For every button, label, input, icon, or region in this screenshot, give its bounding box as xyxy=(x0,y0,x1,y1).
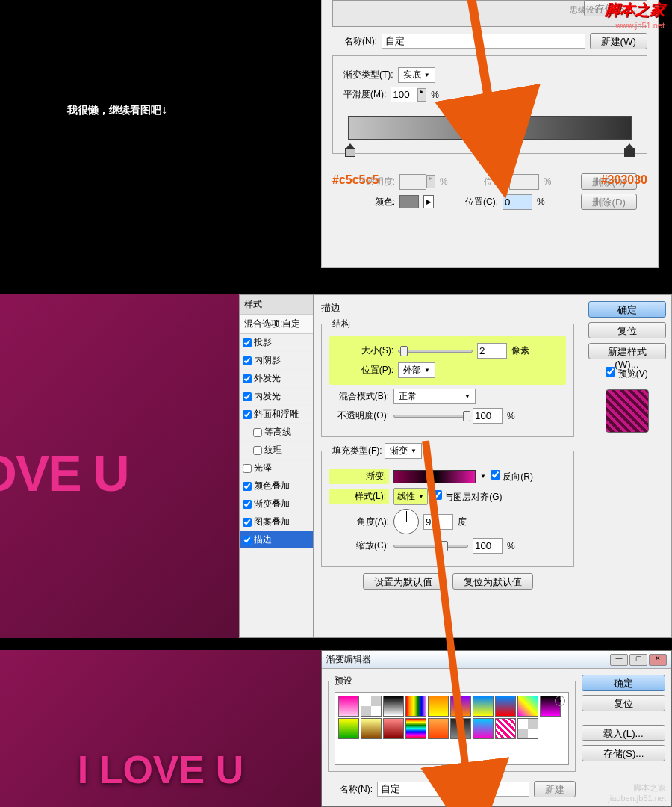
name-label: 名称(N): xyxy=(332,35,377,48)
gradient-swatch[interactable] xyxy=(393,470,476,483)
structure-fieldset: 结构 大小(S): 像素 位置(P): 外部▼ 混合模式(B): 正常▼ 不透明… xyxy=(321,318,574,437)
gradient-swatch-1[interactable] xyxy=(361,696,382,717)
style-item-等高线[interactable]: 等高线 xyxy=(240,424,313,442)
smoothness-label: 平滑度(M): xyxy=(343,88,386,101)
preview-text: OVE U xyxy=(0,444,128,502)
size-slider[interactable] xyxy=(398,350,473,353)
gradient-editor-panel-bottom: I LOVE U 渐变编辑器 — ▢ ✕ 预设 ▸ 名称(N): xyxy=(0,650,672,807)
chevron-down-icon: ▼ xyxy=(424,72,430,78)
style-item-渐变叠加[interactable]: 渐变叠加 xyxy=(240,495,313,513)
gradient-swatch-15[interactable] xyxy=(450,718,471,739)
opacity-slider[interactable] xyxy=(393,415,468,418)
position-dropdown[interactable]: 外部▼ xyxy=(398,362,435,378)
watermark-bottom: 脚本之家jiaoben.jb51.net xyxy=(608,782,666,803)
angle-dial[interactable] xyxy=(393,509,419,534)
gradient-swatch-5[interactable] xyxy=(450,696,471,717)
gradient-swatch-16[interactable] xyxy=(473,718,494,739)
styles-header[interactable]: 样式 xyxy=(240,295,313,315)
minimize-icon[interactable]: — xyxy=(610,654,628,666)
opacity-input[interactable] xyxy=(473,408,503,424)
gradient-swatch-13[interactable] xyxy=(405,718,426,739)
cancel-button[interactable]: 复位 xyxy=(588,322,666,338)
preview-text-bottom: I LOVE U xyxy=(78,747,243,792)
set-default-button[interactable]: 设置为默认值 xyxy=(363,573,444,590)
save-button-ge[interactable]: 存储(S)... xyxy=(582,745,665,761)
style-item-内发光[interactable]: 内发光 xyxy=(240,388,313,406)
color-stop-right[interactable] xyxy=(624,143,635,157)
smoothness-input[interactable]: ▸ xyxy=(391,87,426,102)
grad-type-dropdown[interactable]: 实底▼ xyxy=(398,67,435,83)
hex-left-annotation: #c5c5c5 xyxy=(332,173,379,187)
fill-type-dropdown[interactable]: 渐变▼ xyxy=(385,443,422,459)
reverse-checkbox[interactable]: 反向(R) xyxy=(491,470,533,483)
midpoint-diamond[interactable] xyxy=(485,137,494,146)
style-item-颜色叠加[interactable]: 颜色叠加 xyxy=(240,477,313,495)
color-swatch[interactable] xyxy=(399,195,419,208)
style-item-描边[interactable]: 描边 xyxy=(240,531,313,549)
style-item-光泽[interactable]: 光泽 xyxy=(240,460,313,477)
maximize-icon[interactable]: ▢ xyxy=(629,654,647,666)
cancel-button-ge[interactable]: 复位 xyxy=(582,695,665,711)
gradient-swatch-0[interactable] xyxy=(338,696,359,717)
preview-checkbox[interactable]: 预览(V) xyxy=(606,367,647,380)
name-input[interactable] xyxy=(382,34,585,49)
style-dropdown[interactable]: 线性▼ xyxy=(393,488,428,505)
angle-input[interactable] xyxy=(423,514,453,530)
stroke-options-panel: 描边 结构 大小(S): 像素 位置(P): 外部▼ 混合模式(B): 正常▼ xyxy=(314,294,582,638)
scale-input[interactable] xyxy=(473,538,503,554)
blend-options-row[interactable]: 混合选项:自定 xyxy=(240,315,313,334)
gradient-swatch-12[interactable] xyxy=(383,718,404,739)
color-label: 颜色: xyxy=(343,196,395,208)
style-item-外发光[interactable]: 外发光 xyxy=(240,370,313,388)
effect-preview-left: OVE U xyxy=(0,294,239,638)
opacity-input: ▸ xyxy=(399,174,435,190)
blend-mode-dropdown[interactable]: 正常▼ xyxy=(393,389,476,404)
reset-default-button[interactable]: 复位为默认值 xyxy=(452,573,533,590)
gradient-swatch-11[interactable] xyxy=(361,718,382,739)
delete-button-2[interactable]: 删除(D) xyxy=(581,194,637,210)
gradient-swatch-8[interactable] xyxy=(517,696,538,717)
watermark: 思缘设计 脚本之家 www.jb51.net xyxy=(570,0,665,31)
window-titlebar[interactable]: 渐变编辑器 — ▢ ✕ xyxy=(322,651,671,669)
position2-input[interactable] xyxy=(503,194,532,210)
new-button-bottom[interactable]: 新建 xyxy=(534,781,576,797)
style-item-斜面和浮雕[interactable]: 斜面和浮雕 xyxy=(240,406,313,424)
style-item-图案叠加[interactable]: 图案叠加 xyxy=(240,513,313,531)
close-icon[interactable]: ✕ xyxy=(649,654,667,666)
style-item-纹理[interactable]: 纹理 xyxy=(240,442,313,460)
gradient-swatch-18[interactable] xyxy=(517,718,538,739)
gradient-swatch-7[interactable] xyxy=(495,696,516,717)
presets-menu-icon[interactable]: ▸ xyxy=(555,696,565,706)
down-arrow-icon: ↓ xyxy=(161,103,167,116)
window-title: 渐变编辑器 xyxy=(326,653,371,666)
watermark-red: 脚本之家 xyxy=(605,1,665,18)
new-button[interactable]: 新建(W) xyxy=(590,33,647,49)
gradient-swatch-2[interactable] xyxy=(383,696,404,717)
size-input[interactable] xyxy=(477,343,507,359)
gradient-swatch-6[interactable] xyxy=(473,696,494,717)
load-button[interactable]: 载入(L)... xyxy=(582,725,665,741)
align-checkbox[interactable]: 与图层对齐(G) xyxy=(432,490,503,504)
position-label: 位置(P): xyxy=(334,364,393,377)
opacity-label: 不透明度(O): xyxy=(329,409,389,422)
size-label: 大小(S): xyxy=(334,344,393,357)
color-stop-left[interactable] xyxy=(345,143,355,157)
name-input-bottom[interactable] xyxy=(377,782,529,797)
scale-slider[interactable] xyxy=(393,545,468,548)
gradient-swatch-4[interactable] xyxy=(428,696,449,717)
gradient-swatch-10[interactable] xyxy=(338,718,359,739)
position2-label: 位置(C): xyxy=(453,196,498,208)
ok-button-ge[interactable]: 确定 xyxy=(582,675,665,691)
style-item-投影[interactable]: 投影 xyxy=(240,334,313,352)
gradient-bar[interactable] xyxy=(348,116,632,140)
scale-label: 缩放(C): xyxy=(329,539,389,552)
style-item-内阴影[interactable]: 内阴影 xyxy=(240,352,313,370)
color-picker-arrow[interactable]: ▶ xyxy=(423,195,434,208)
watermark-gray: 思缘设计 xyxy=(570,4,603,16)
gradient-swatch-3[interactable] xyxy=(405,696,426,717)
gradient-swatch-14[interactable] xyxy=(428,718,449,739)
new-style-button[interactable]: 新建样式(W)... xyxy=(588,343,666,359)
ok-button[interactable]: 确定 xyxy=(588,301,666,318)
gradient-presets-grid: ▸ xyxy=(335,692,569,765)
gradient-swatch-17[interactable] xyxy=(495,718,516,739)
